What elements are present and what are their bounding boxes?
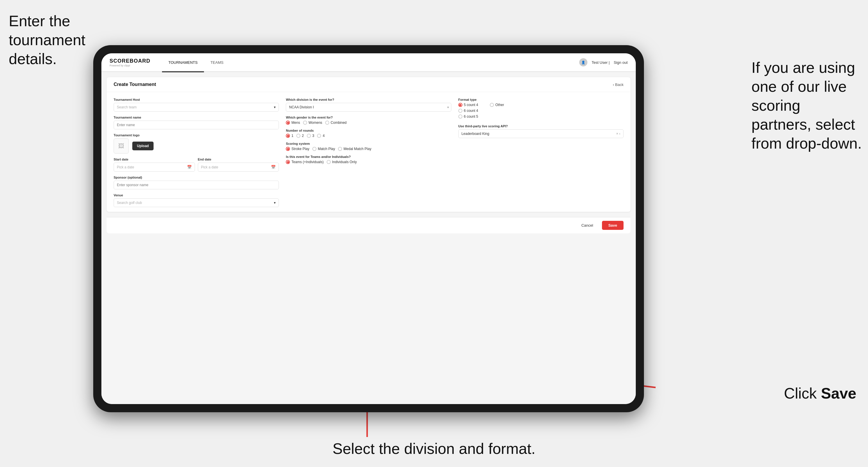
app-logo-sub: Powered by clippi (110, 64, 150, 67)
format-6count5[interactable]: 6 count 5 (458, 115, 478, 119)
tournament-name-input[interactable] (114, 121, 279, 129)
live-scoring-label: Use third-party live scoring API? (458, 124, 624, 128)
live-scoring-clear-icon[interactable]: × ‹ (616, 132, 620, 136)
venue-label: Venue (114, 193, 279, 197)
start-date-input[interactable]: Pick a date 📅 (114, 162, 195, 172)
form-right-col: Format type 5 count 4 6 count (458, 98, 624, 207)
rounds-label: Number of rounds (286, 129, 451, 132)
app-logo-main: SCOREBOARD (110, 58, 150, 64)
end-date-input[interactable]: Pick a date 📅 (198, 162, 279, 172)
division-label: Which division is the event for? (286, 98, 451, 101)
form-footer: Cancel Save (106, 217, 630, 234)
main-content: Create Tournament ‹ Back Tournament Host… (101, 72, 636, 404)
rounds-3[interactable]: 3 (307, 134, 314, 138)
date-row: Start date Pick a date 📅 End date Pick a… (114, 158, 279, 172)
division-field: Which division is the event for? NCAA Di… (286, 98, 451, 112)
tournament-host-field: Tournament Host Search team ▾ (114, 98, 279, 112)
tournament-host-input[interactable]: Search team ▾ (114, 103, 279, 112)
tournament-logo-label: Tournament logo (114, 133, 279, 137)
division-select-wrap: NCAA Division I ▾ (286, 103, 451, 112)
teams-options: Teams (+Individuals) Individuals Only (286, 160, 451, 164)
logo-upload-area: 🖼 Upload (114, 138, 279, 154)
format-options-wrap: 5 count 4 6 count 4 6 count 5 (458, 103, 624, 119)
live-scoring-field: Use third-party live scoring API? Leader… (458, 124, 624, 138)
save-button[interactable]: Save (602, 221, 624, 230)
app-logo: SCOREBOARD Powered by clippi (110, 58, 150, 67)
radio-individuals-icon (327, 160, 331, 164)
radio-stroke-icon (286, 147, 290, 151)
scoring-medal[interactable]: Medal Match Play (338, 147, 371, 151)
radio-mens-icon (286, 121, 290, 125)
radio-medal-icon (338, 147, 342, 151)
rounds-4[interactable]: 4 (317, 134, 324, 138)
format-type-label: Format type (458, 98, 624, 101)
teams-label: Is this event for Teams and/or Individua… (286, 155, 451, 158)
scoring-stroke[interactable]: Stroke Play (286, 147, 309, 151)
logo-placeholder: 🖼 (114, 138, 129, 154)
scoring-match[interactable]: Match Play (312, 147, 335, 151)
tab-tournaments[interactable]: TOURNAMENTS (162, 54, 204, 72)
radio-6count5-icon (458, 115, 462, 119)
radio-6count4-icon (458, 109, 462, 113)
annotation-bottom-center: Select the division and format. (333, 439, 535, 458)
annotation-bottom-right: Click Save (784, 384, 856, 403)
end-date-field: End date Pick a date 📅 (198, 158, 279, 172)
nav-signout[interactable]: Sign out (614, 60, 628, 65)
calendar-icon-end: 📅 (271, 165, 276, 169)
app-navbar: SCOREBOARD Powered by clippi TOURNAMENTS… (101, 53, 636, 72)
start-date-field: Start date Pick a date 📅 (114, 158, 195, 172)
radio-match-icon (312, 147, 316, 151)
sponsor-label: Sponsor (optional) (114, 176, 279, 179)
form-card: Create Tournament ‹ Back Tournament Host… (106, 77, 630, 212)
tab-teams[interactable]: TEAMS (204, 54, 230, 72)
back-button[interactable]: ‹ Back (613, 83, 624, 87)
upload-button[interactable]: Upload (132, 142, 154, 150)
gender-mens[interactable]: Mens (286, 121, 300, 125)
format-options-left: 5 count 4 6 count 4 6 count 5 (458, 103, 478, 119)
teams-field: Is this event for Teams and/or Individua… (286, 155, 451, 164)
radio-other-icon (490, 103, 494, 107)
individuals-only[interactable]: Individuals Only (327, 160, 357, 164)
format-other[interactable]: Other (490, 103, 504, 107)
form-card-header: Create Tournament ‹ Back (106, 77, 630, 92)
cancel-button[interactable]: Cancel (576, 221, 599, 230)
annotation-top-right: If you are using one of our live scoring… (751, 58, 862, 153)
teams-plus-individuals[interactable]: Teams (+Individuals) (286, 160, 323, 164)
radio-4-icon (317, 134, 321, 138)
format-6count4[interactable]: 6 count 4 (458, 109, 478, 113)
scoring-field: Scoring system Stroke Play Match Play (286, 142, 451, 151)
tablet-frame: SCOREBOARD Powered by clippi TOURNAMENTS… (93, 45, 644, 412)
form-body: Tournament Host Search team ▾ Tournament… (106, 92, 630, 212)
rounds-options: 1 2 3 (286, 134, 451, 138)
gender-field: Which gender is the event for? Mens Wome… (286, 116, 451, 125)
nav-tabs: TOURNAMENTS TEAMS (162, 53, 230, 72)
radio-teams-icon (286, 160, 290, 164)
form-title: Create Tournament (114, 82, 156, 87)
sponsor-field: Sponsor (optional) (114, 176, 279, 189)
tablet-screen: SCOREBOARD Powered by clippi TOURNAMENTS… (101, 53, 636, 404)
start-date-label: Start date (114, 158, 195, 161)
nav-avatar: 👤 (579, 58, 587, 66)
radio-womens-icon (303, 121, 307, 125)
sponsor-input[interactable] (114, 181, 279, 189)
annotation-top-left: Enter the tournament details. (9, 12, 96, 68)
radio-2-icon (296, 134, 301, 138)
gender-label: Which gender is the event for? (286, 116, 451, 119)
tournament-name-field: Tournament name (114, 116, 279, 129)
gender-womens[interactable]: Womens (303, 121, 322, 125)
gender-combined[interactable]: Combined (325, 121, 347, 125)
format-type-field: Format type 5 count 4 6 count (458, 98, 624, 119)
rounds-1[interactable]: 1 (286, 134, 293, 138)
radio-1-icon (286, 134, 290, 138)
format-options-right: Other (490, 103, 504, 119)
format-5count4[interactable]: 5 count 4 (458, 103, 478, 107)
end-date-label: End date (198, 158, 279, 161)
rounds-field: Number of rounds 1 2 (286, 129, 451, 138)
radio-5count4-icon (458, 103, 462, 107)
rounds-2[interactable]: 2 (296, 134, 304, 138)
venue-input[interactable]: Search golf club ▾ (114, 198, 279, 207)
nav-user: Test User | (591, 60, 610, 65)
live-scoring-input[interactable]: Leaderboard King × ‹ (458, 129, 624, 138)
form-left-col: Tournament Host Search team ▾ Tournament… (114, 98, 279, 207)
division-select[interactable]: NCAA Division I (286, 103, 451, 112)
